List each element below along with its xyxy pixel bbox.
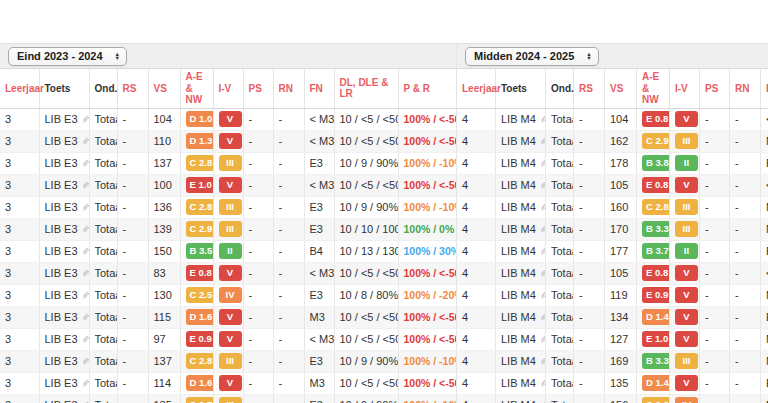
column-header-leerjaar[interactable]: Leerjaar <box>457 69 496 108</box>
period-select-right[interactable]: Midden 2024 - 2025 ▲▼ <box>465 47 599 66</box>
column-header-leerjaar[interactable]: Leerjaar <box>0 69 39 108</box>
column-header-vs[interactable]: VS <box>148 69 180 108</box>
level-badge: III <box>675 221 698 237</box>
cell-vs: 127 <box>605 328 637 350</box>
column-header-iv[interactable]: I-V <box>213 69 243 108</box>
column-header-p_r[interactable]: P & R <box>398 69 456 108</box>
attachment-icon[interactable] <box>539 379 546 388</box>
cell-fn: < M3 <box>304 108 334 130</box>
attachment-icon[interactable] <box>539 115 546 124</box>
attachment-icon[interactable] <box>539 159 546 168</box>
attachment-icon[interactable] <box>81 181 89 190</box>
attachment-icon[interactable] <box>539 181 546 190</box>
attachment-icon[interactable] <box>539 269 546 278</box>
column-header-fn[interactable]: FN <box>761 69 768 108</box>
column-header-fn[interactable]: FN <box>304 69 334 108</box>
attachment-icon[interactable] <box>81 291 89 300</box>
level-badge: III <box>219 353 242 369</box>
cell-ps: - <box>243 174 273 196</box>
cell-ps: - <box>700 108 730 130</box>
results-table: LeerjaarToetsOnd.RSVSA-E & NWI-VPSRNFNDL… <box>0 69 457 403</box>
cell-rs: - <box>117 218 148 240</box>
test-name: LIB E3 <box>45 245 78 257</box>
cell-leerjaar: 4 <box>457 394 496 403</box>
cell-rn: - <box>273 108 304 130</box>
cell-dl_dle_lr: 10 / 9 / 90% <box>334 152 398 174</box>
cell-ae_nw: E 0.8 <box>637 174 670 196</box>
column-header-ae_nw[interactable]: A-E & NW <box>180 69 213 108</box>
column-header-ae_nw[interactable]: A-E & NW <box>637 69 670 108</box>
attachment-icon[interactable] <box>539 137 546 146</box>
column-header-rs[interactable]: RS <box>574 69 605 108</box>
attachment-icon[interactable] <box>81 313 89 322</box>
period-panel-left: Eind 2023 - 2024 ▲▼ LeerjaarToetsOnd.RSV… <box>0 43 456 403</box>
cell-toets: LIB M4 <box>496 218 546 240</box>
cell-ae_nw: E 1.0 <box>637 328 670 350</box>
cell-ps: - <box>700 328 730 350</box>
cell-vs: 135 <box>148 394 180 403</box>
column-header-dl_dle_lr[interactable]: DL, DLE & LR <box>334 69 398 108</box>
attachment-icon[interactable] <box>539 313 546 322</box>
cell-ond: Totaal <box>89 196 117 218</box>
table-row: 3LIB E3Totaal-97E 0.9V--< M310 / <5 / <5… <box>0 328 456 350</box>
attachment-icon[interactable] <box>81 335 89 344</box>
attachment-icon[interactable] <box>539 225 546 234</box>
cell-toets: LIB E3 <box>39 108 89 130</box>
attachment-icon[interactable] <box>81 269 89 278</box>
level-badge: III <box>219 199 242 215</box>
cell-ond: Totaal <box>89 372 117 394</box>
cell-ae_nw: C 2.5 <box>180 284 213 306</box>
attachment-icon[interactable] <box>539 203 546 212</box>
column-header-toets: Toets <box>39 69 89 108</box>
cell-leerjaar: 3 <box>0 262 39 284</box>
cell-ond: Totaal <box>546 394 574 403</box>
cell-rs: - <box>574 130 605 152</box>
attachment-icon[interactable] <box>539 247 546 256</box>
level-badge: II <box>219 243 242 259</box>
attachment-icon[interactable] <box>81 357 89 366</box>
column-header-rn[interactable]: RN <box>273 69 304 108</box>
column-header-iv[interactable]: I-V <box>670 69 700 108</box>
cell-rn: - <box>273 218 304 240</box>
cell-ond: Totaal <box>546 196 574 218</box>
cell-ond: Totaal <box>89 394 117 403</box>
test-name: LIB M4 <box>501 289 536 301</box>
cell-leerjaar: 3 <box>0 306 39 328</box>
attachment-icon[interactable] <box>81 137 89 146</box>
attachment-icon[interactable] <box>81 379 89 388</box>
attachment-icon[interactable] <box>539 357 546 366</box>
column-header-ps[interactable]: PS <box>243 69 273 108</box>
test-results-comparison-view: Eind 2023 - 2024 ▲▼ LeerjaarToetsOnd.RSV… <box>0 0 768 403</box>
score-badge: C 2.7 <box>186 397 214 403</box>
cell-rs: - <box>117 284 148 306</box>
column-header-toets: Toets <box>496 69 546 108</box>
attachment-icon[interactable] <box>539 291 546 300</box>
cell-toets: LIB E3 <box>39 328 89 350</box>
level-badge: V <box>675 111 698 127</box>
column-header-rn[interactable]: RN <box>730 69 761 108</box>
attachment-icon[interactable] <box>81 247 89 256</box>
table-row: 3LIB E3Totaal-136C 2.8III--E310 / 9 / 90… <box>0 196 456 218</box>
cell-rs: - <box>117 394 148 403</box>
cell-ae_nw: D 1.0 <box>180 108 213 130</box>
test-name: LIB E3 <box>45 267 78 279</box>
column-header-vs[interactable]: VS <box>605 69 637 108</box>
attachment-icon[interactable] <box>81 203 89 212</box>
column-header-ps[interactable]: PS <box>700 69 730 108</box>
table-header-row: LeerjaarToetsOnd.RSVSA-E & NWI-VPSRNFNDL… <box>457 69 768 108</box>
cell-ond: Totaal <box>546 328 574 350</box>
cell-vs: 136 <box>148 196 180 218</box>
attachment-icon[interactable] <box>81 159 89 168</box>
cell-leerjaar: 4 <box>457 306 496 328</box>
attachment-icon[interactable] <box>81 115 89 124</box>
attachment-icon[interactable] <box>81 225 89 234</box>
cell-rs: - <box>574 372 605 394</box>
table-row: 4LIB M4Totaal-169B 3.3III--M <box>457 350 768 372</box>
cell-fn: B4 <box>304 240 334 262</box>
cell-ae_nw: E 0.9 <box>180 328 213 350</box>
cell-ps: - <box>243 394 273 403</box>
attachment-icon[interactable] <box>539 335 546 344</box>
period-select-left[interactable]: Eind 2023 - 2024 ▲▼ <box>8 47 127 66</box>
score-badge: E 0.8 <box>642 265 670 281</box>
column-header-rs[interactable]: RS <box>117 69 148 108</box>
